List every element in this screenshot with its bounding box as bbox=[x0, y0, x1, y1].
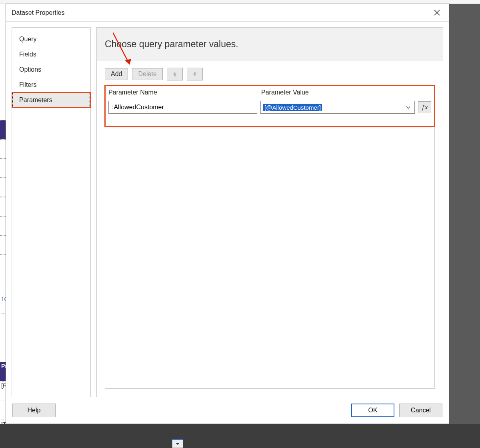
arrow-up-icon bbox=[172, 71, 178, 77]
nav-item-parameters[interactable]: Parameters bbox=[12, 92, 90, 108]
designer-dropdown-toggle[interactable] bbox=[172, 439, 183, 448]
parameters-toolbar: Add Delete bbox=[97, 61, 443, 85]
main-panel: Choose query parameter values. Add Delet… bbox=[96, 27, 443, 397]
move-down-button[interactable] bbox=[187, 68, 203, 80]
dataset-properties-dialog: Dataset Properties Query Fields Options … bbox=[6, 4, 449, 424]
nav-panel: Query Fields Options Filters Parameters bbox=[12, 27, 91, 397]
arrow-down-icon bbox=[192, 71, 198, 77]
dialog-titlebar: Dataset Properties bbox=[6, 4, 449, 22]
nav-label: Fields bbox=[19, 51, 36, 58]
grid-header-row: Parameter Name Parameter Value bbox=[105, 86, 434, 99]
nav-item-query[interactable]: Query bbox=[12, 32, 90, 47]
column-header-name: Parameter Name bbox=[105, 86, 258, 99]
chevron-down-icon bbox=[405, 101, 412, 113]
cancel-button[interactable]: Cancel bbox=[399, 404, 442, 417]
nav-item-fields[interactable]: Fields bbox=[12, 47, 90, 62]
panel-heading: Choose query parameter values. bbox=[97, 28, 443, 61]
nav-label: Filters bbox=[19, 81, 37, 88]
help-button[interactable]: Help bbox=[12, 404, 56, 417]
parameter-name-input[interactable] bbox=[108, 101, 257, 114]
close-icon bbox=[434, 10, 440, 16]
expression-button[interactable]: ƒx bbox=[418, 101, 431, 113]
ok-button[interactable]: OK bbox=[351, 404, 394, 417]
nav-item-options[interactable]: Options bbox=[12, 62, 90, 77]
nav-item-filters[interactable]: Filters bbox=[12, 77, 90, 92]
parameter-value-dropdown[interactable]: [@AllowedCustomer] bbox=[260, 101, 415, 114]
parameters-grid: Parameter Name Parameter Value [@Allowed… bbox=[105, 85, 435, 389]
nav-label: Options bbox=[19, 66, 41, 73]
delete-button[interactable]: Delete bbox=[132, 68, 162, 80]
column-header-value: Parameter Value bbox=[258, 86, 434, 99]
dialog-title: Dataset Properties bbox=[12, 9, 65, 16]
close-button[interactable] bbox=[429, 7, 445, 19]
nav-label: Parameters bbox=[19, 96, 52, 103]
parameter-value-selected: [@AllowedCustomer] bbox=[263, 104, 322, 111]
nav-label: Query bbox=[19, 36, 37, 42]
parameter-row: [@AllowedCustomer] ƒx bbox=[105, 99, 434, 118]
background-dark-area bbox=[0, 424, 480, 448]
move-up-button[interactable] bbox=[167, 68, 183, 80]
add-button[interactable]: Add bbox=[105, 68, 128, 80]
dialog-footer: Help OK Cancel bbox=[6, 400, 449, 424]
